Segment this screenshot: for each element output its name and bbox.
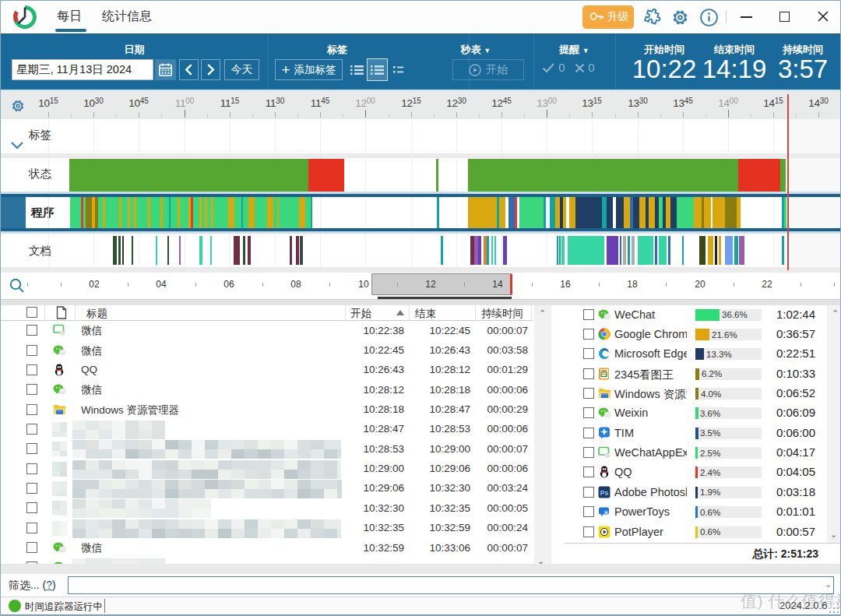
svg-text:Ps: Ps (600, 488, 609, 496)
svg-text:a: a (605, 510, 607, 515)
